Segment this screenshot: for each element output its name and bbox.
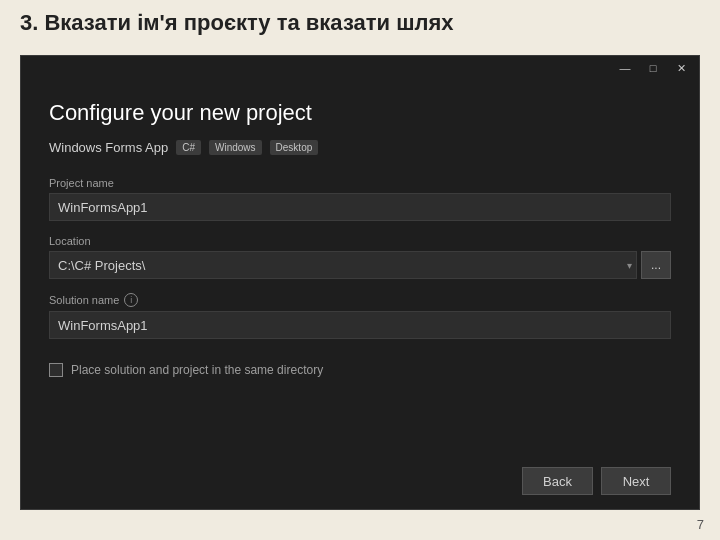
minimize-button[interactable]: — [611, 56, 639, 80]
project-name-label: Project name [49, 177, 671, 189]
solution-name-group: Solution name i [49, 293, 671, 339]
project-name-input[interactable] [49, 193, 671, 221]
location-label: Location [49, 235, 671, 247]
browse-button[interactable]: ... [641, 251, 671, 279]
maximize-button[interactable]: □ [639, 56, 667, 80]
dialog-title: Configure your new project [49, 100, 671, 126]
solution-name-input[interactable] [49, 311, 671, 339]
tag-desktop: Desktop [270, 140, 319, 155]
back-button[interactable]: Back [522, 467, 593, 495]
dialog-content: Configure your new project Windows Forms… [21, 80, 699, 457]
slide-heading: 3. Вказати ім'я проєкту та вказати шлях [0, 0, 720, 44]
close-button[interactable]: ✕ [667, 56, 695, 80]
solution-name-label: Solution name i [49, 293, 671, 307]
page-number: 7 [697, 517, 704, 532]
title-bar: — □ ✕ [21, 56, 699, 80]
location-row: ▾ ... [49, 251, 671, 279]
location-group: Location ▾ ... [49, 235, 671, 279]
same-directory-checkbox[interactable] [49, 363, 63, 377]
location-input[interactable] [49, 251, 637, 279]
dialog-footer: Back Next [21, 457, 699, 509]
info-icon[interactable]: i [124, 293, 138, 307]
tag-csharp: C# [176, 140, 201, 155]
tag-windows: Windows [209, 140, 262, 155]
next-button[interactable]: Next [601, 467, 671, 495]
project-name-group: Project name [49, 177, 671, 221]
location-input-wrap: ▾ [49, 251, 637, 279]
same-directory-label: Place solution and project in the same d… [71, 363, 323, 377]
app-type-name: Windows Forms App [49, 140, 168, 155]
app-type-row: Windows Forms App C# Windows Desktop [49, 140, 671, 155]
dialog-window: — □ ✕ Configure your new project Windows… [20, 55, 700, 510]
same-directory-row[interactable]: Place solution and project in the same d… [49, 363, 671, 377]
